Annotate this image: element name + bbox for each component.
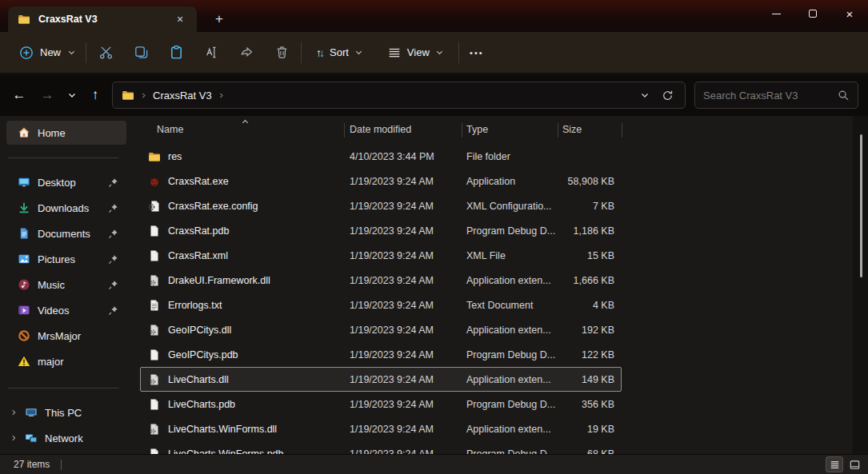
file-row-craxsrat-xml[interactable]: CraxsRat.xml 1/19/2023 9:24 AM XML File … <box>140 243 622 268</box>
config-icon <box>148 200 161 213</box>
minimize-button[interactable] <box>758 0 794 27</box>
file-row-res[interactable]: res 4/10/2023 3:44 PM File folder <box>140 144 622 169</box>
sidebar-separator <box>8 157 118 158</box>
plus-circle-icon <box>19 46 34 60</box>
share-button[interactable] <box>229 38 264 67</box>
column-divider[interactable] <box>462 123 462 137</box>
sidebar-item-network[interactable]: Network <box>0 426 136 450</box>
rename-button[interactable] <box>194 38 229 67</box>
maximize-button[interactable] <box>794 0 831 27</box>
column-header-date-modified[interactable]: Date modified <box>344 116 462 144</box>
sidebar-item-music[interactable]: Music <box>6 273 126 297</box>
page-icon <box>148 398 161 411</box>
cut-button[interactable] <box>88 38 123 67</box>
breadcrumb-chevron-icon[interactable] <box>218 92 225 99</box>
sidebar-item-home[interactable]: Home <box>6 121 126 145</box>
sidebar-item-this-pc[interactable]: This PC <box>0 400 136 424</box>
sidebar-item-downloads[interactable]: Downloads <box>6 196 126 220</box>
file-row-craxsrat-exe-config[interactable]: CraxsRat.exe.config 1/19/2023 9:24 AM XM… <box>140 193 622 218</box>
up-button[interactable]: ↑ <box>82 82 108 108</box>
new-tab-button[interactable]: + <box>210 10 229 29</box>
sidebar-item-pictures[interactable]: Pictures <box>6 247 126 271</box>
forward-button[interactable]: → <box>34 82 60 108</box>
view-button[interactable]: View <box>381 38 450 67</box>
tab-close-button[interactable]: × <box>171 10 189 28</box>
sidebar-item-mrsmajor[interactable]: MrsMajor <box>6 324 126 348</box>
sidebar-item-videos[interactable]: Videos <box>6 298 126 322</box>
toolbar-separator <box>458 42 459 63</box>
pictures-icon <box>18 253 30 265</box>
window-controls: × <box>758 0 868 32</box>
column-divider[interactable] <box>344 123 345 137</box>
explorer-tab[interactable]: CraxsRat V3 × <box>8 6 197 32</box>
title-bar[interactable]: CraxsRat V3 × + × <box>0 0 868 32</box>
view-lines-icon <box>387 46 402 60</box>
file-row-livecharts-winforms-dll[interactable]: LiveCharts.WinForms.dll 1/19/2023 9:24 A… <box>140 416 622 441</box>
share-icon <box>239 45 254 60</box>
cut-icon <box>98 45 114 60</box>
sidebar-item-major[interactable]: major <box>6 349 126 373</box>
new-button[interactable]: New <box>11 38 84 67</box>
command-toolbar: New ↑↓ Sort View ••• <box>0 32 868 74</box>
large-thumbnails-view-button[interactable] <box>846 456 863 472</box>
address-bar[interactable]: CraxsRat V3 <box>112 82 686 109</box>
file-row-drakeui-framework-dll[interactable]: DrakeUI.Framework.dll 1/19/2023 9:24 AM … <box>140 268 622 293</box>
sort-button[interactable]: ↑↓ Sort <box>310 38 370 67</box>
vertical-scrollbar-thumb[interactable] <box>860 134 862 277</box>
file-row-errorlogs-txt[interactable]: Errorlogs.txt 1/19/2023 9:24 AM Text Doc… <box>140 293 622 317</box>
delete-button[interactable] <box>264 38 299 67</box>
sidebar-item-documents[interactable]: Documents <box>6 221 126 245</box>
refresh-button[interactable] <box>656 84 678 106</box>
sidebar-item-label: Music <box>38 279 101 291</box>
column-header-type[interactable]: Type <box>462 116 558 144</box>
close-button[interactable]: × <box>831 0 868 27</box>
details-view-button[interactable] <box>826 456 843 472</box>
expand-chevron-icon[interactable] <box>10 408 18 416</box>
address-row: ← → ↑ CraxsRat V3 <box>0 74 868 116</box>
sort-button-label: Sort <box>330 46 349 58</box>
file-row-livecharts-dll-selected[interactable]: LiveCharts.dll 1/19/2023 9:24 AM Applica… <box>140 367 622 392</box>
copy-button[interactable] <box>123 38 158 67</box>
page-icon <box>148 249 161 262</box>
sidebar-item-desktop[interactable]: Desktop <box>6 170 126 194</box>
file-row-craxsrat-exe[interactable]: CraxsRat.exe 1/19/2023 9:24 AM Applicati… <box>140 169 622 193</box>
this-pc-icon <box>25 406 38 419</box>
toolbar-separator <box>301 42 302 63</box>
breadcrumb-chevron-icon[interactable] <box>140 92 147 99</box>
minimize-icon <box>772 14 781 14</box>
column-header-size[interactable]: Size <box>558 116 622 144</box>
file-list: Name Date modified Type Size res 4/10/20… <box>140 116 853 454</box>
search-input[interactable] <box>703 90 838 102</box>
chevron-down-icon <box>354 48 363 57</box>
vertical-scrollbar-track[interactable] <box>853 116 868 454</box>
pin-icon <box>108 280 118 290</box>
pin-icon <box>108 229 118 239</box>
sidebar-item-label: Home <box>38 127 118 139</box>
folder-icon <box>148 150 161 163</box>
file-row-geoipcitys-pdb[interactable]: GeoIPCitys.pdb 1/19/2023 9:24 AM Program… <box>140 342 622 367</box>
search-box[interactable] <box>694 82 858 109</box>
breadcrumb-location[interactable]: CraxsRat V3 <box>153 90 212 102</box>
file-row-craxsrat-pdb[interactable]: CraxsRat.pdb 1/19/2023 9:24 AM Program D… <box>140 218 622 243</box>
dll-icon <box>148 274 161 287</box>
close-icon: × <box>846 8 854 20</box>
paste-button[interactable] <box>158 38 194 67</box>
column-divider[interactable] <box>622 123 622 137</box>
pin-icon <box>108 177 118 188</box>
file-row-geoipcitys-dll[interactable]: GeoIPCitys.dll 1/19/2023 9:24 AM Applica… <box>140 317 622 342</box>
address-dropdown-button[interactable] <box>634 84 656 106</box>
see-more-button[interactable]: ••• <box>461 38 493 67</box>
sidebar-item-label: Videos <box>38 305 101 317</box>
expand-chevron-icon[interactable] <box>10 434 18 442</box>
sidebar-item-label: Documents <box>38 228 101 240</box>
column-header-name[interactable]: Name <box>140 116 344 144</box>
chevron-down-icon <box>67 90 77 100</box>
file-row-livecharts-winforms-pdb[interactable]: LiveCharts.WinForms.pdb 1/19/2023 9:24 A… <box>140 441 622 454</box>
file-row-livecharts-pdb[interactable]: LiveCharts.pdb 1/19/2023 9:24 AM Program… <box>140 392 622 416</box>
view-button-label: View <box>407 46 430 58</box>
recent-locations-button[interactable] <box>59 82 85 108</box>
column-divider[interactable] <box>558 123 558 137</box>
back-button[interactable]: ← <box>6 82 32 108</box>
sidebar-item-label: MrsMajor <box>38 330 118 342</box>
items-count: 27 items <box>14 459 50 470</box>
